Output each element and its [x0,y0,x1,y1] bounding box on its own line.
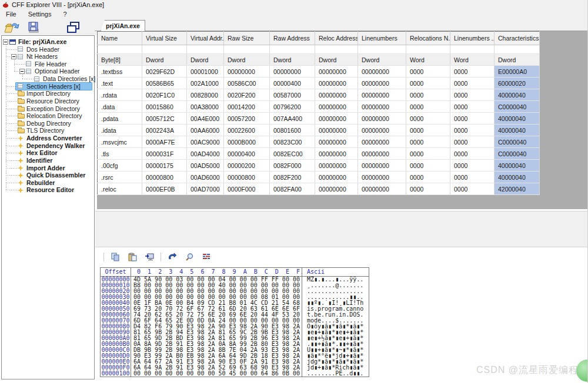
tree-item-import-adder[interactable]: Import Adder [2,164,94,172]
menu-file[interactable]: File [0,10,22,18]
col-header-reloc-address[interactable]: Reloc Address [315,32,358,45]
section-name-cell[interactable]: .pdata [98,113,142,125]
tree-item-file-header[interactable]: File Header [2,61,94,68]
hex-ascii[interactable]: ▮e▮+▮ã▮*▮e▮+▮ã▮* [302,330,369,335]
table-cell[interactable]: 00057200 [224,113,270,125]
table-cell[interactable]: 00000000 [358,101,406,113]
table-cell[interactable]: 0000 [406,78,450,89]
table-cell[interactable]: 00828000 [187,89,224,101]
table-cell[interactable]: 0020F1C0 [142,89,187,101]
section-name-cell[interactable]: .rdata [98,89,142,101]
table-cell[interactable]: 00000000 [358,136,406,148]
table-cell[interactable]: 40000040 [495,160,540,172]
table-cell[interactable]: 40000040 [495,172,540,183]
table-cell[interactable]: 00000000 [358,89,406,101]
save-button[interactable] [25,20,42,35]
table-cell[interactable]: 00801600 [270,125,315,136]
col-header-relocations-n[interactable]: Relocations N... [406,32,450,45]
hex-ascii[interactable]: MZ▮.▮...▮...ÿÿ.. [302,277,369,283]
table-cell[interactable]: 00000000 [224,66,270,78]
table-cell[interactable]: 0000F000 [224,183,270,195]
tree-item-hex-editor[interactable]: Hex Editor [2,149,94,157]
table-cell[interactable]: 0000EF0B [142,183,187,195]
table-cell[interactable]: 00AD5000 [187,160,224,172]
table-cell[interactable]: 0005712C [142,113,187,125]
table-cell[interactable]: 00000200 [224,160,270,172]
table-cell[interactable]: 00AD4000 [187,148,224,160]
table-cell[interactable]: 00000000 [358,113,406,125]
table-cell[interactable]: 00014200 [224,101,270,113]
expand-collapse-toggle[interactable] [3,39,8,45]
table-cell[interactable]: 00000400 [224,148,270,160]
table-cell[interactable]: 00000000 [315,136,358,148]
table-cell[interactable]: 0000 [406,136,450,148]
table-cell[interactable]: 00587000 [270,89,315,101]
table-cell[interactable]: 00AD6000 [187,172,224,183]
table-cell[interactable]: 00AC9000 [187,136,224,148]
tree-item-optional-header[interactable]: Optional Header [2,68,94,75]
expand-collapse-toggle[interactable] [19,69,25,74]
table-cell[interactable]: 0000 [450,148,495,160]
hex-ascii[interactable]: ¸.......@....... [302,283,369,288]
hex-ascii[interactable]: jdg*▮ã▮*▮ã▮*▮ã▮* [302,359,369,365]
hex-ascii[interactable]: Û▮▮+▮ã▮*▮~▮*▮ã▮* [302,347,369,353]
table-cell[interactable]: C0000040 [495,101,540,113]
table-cell[interactable]: 42000040 [495,183,540,195]
table-cell[interactable]: 0000 [450,183,495,195]
table-cell[interactable]: 0000 [450,89,495,101]
table-cell[interactable]: 0000 [450,172,495,183]
tree-item-section-headers-x[interactable]: Section Headers [x] [2,83,94,90]
table-cell[interactable]: 0000 [406,183,450,195]
table-cell[interactable]: 00000000 [315,125,358,136]
table-cell[interactable]: 00001000 [187,66,224,78]
table-cell[interactable]: 0000 [450,66,495,78]
table-cell[interactable]: 00000000 [315,113,358,125]
menu-help[interactable]: ? [57,10,72,18]
table-cell[interactable]: 0020F200 [224,89,270,101]
table-cell[interactable]: 00000000 [315,89,358,101]
goto-offset-button[interactable] [143,251,155,262]
table-cell[interactable]: 00000000 [358,183,406,195]
table-cell[interactable]: 0000 [406,101,450,113]
jump-button[interactable] [166,251,178,262]
col-header-virtual-addr[interactable]: Virtual Addr... [187,32,224,45]
table-cell[interactable]: 0000 [450,125,495,136]
hex-ascii[interactable]: t.be.run.in.DOS. [302,312,369,318]
table-cell[interactable]: 0000 [406,125,450,136]
table-cell[interactable]: 0000 [450,160,495,172]
table-cell[interactable]: E00000A0 [495,66,540,78]
hex-ascii[interactable]: .▮▮+▮ã▮*.▮▮+▮ã▮* [302,341,369,347]
table-cell[interactable]: 00000175 [142,160,187,172]
tree-item-rebuilder[interactable]: Rebuilder [2,179,94,187]
col-header-raw-size[interactable]: Raw Size [224,32,270,45]
table-cell[interactable]: 00000000 [358,172,406,183]
table-cell[interactable]: 00000000 [315,160,358,172]
section-name-cell[interactable]: .data [98,101,142,113]
hex-ascii[interactable]: jd▮+▮ã▮*Rich▮ã▮* [302,365,369,371]
table-cell[interactable]: 00000000 [315,183,358,195]
table-cell[interactable]: 0000AF7E [142,136,187,148]
table-cell[interactable]: C0000040 [495,136,540,148]
table-cell[interactable]: 40000040 [495,125,540,136]
hex-ascii[interactable]: ........PE..d▮▮. [302,371,369,377]
table-cell[interactable]: 00000000 [358,78,406,89]
open-file-button[interactable] [4,20,20,35]
table-cell[interactable]: 00000000 [315,78,358,89]
table-cell[interactable]: 0000 [406,113,450,125]
table-cell[interactable]: 0029F62D [142,66,187,78]
table-cell[interactable]: 00000800 [142,172,187,183]
table-cell[interactable]: 00A4E000 [187,113,224,125]
table-cell[interactable]: 40000040 [495,89,540,101]
tree-item-relocation-directory[interactable]: Relocation Directory [2,112,94,120]
tree-item-tls-directory[interactable]: TLS Directory [2,127,94,135]
table-cell[interactable]: 0000 [450,101,495,113]
tree-item-identifier[interactable]: Identifier [2,157,94,164]
table-cell[interactable]: 00000000 [358,66,406,78]
col-header-raw-address[interactable]: Raw Address [270,32,315,45]
table-cell[interactable]: 00000000 [315,172,358,183]
section-name-cell[interactable]: .rsrc [98,172,142,183]
table-cell[interactable]: 002A1000 [187,78,224,89]
table-cell[interactable]: 00A38000 [187,101,224,113]
table-cell[interactable]: 0000 [406,89,450,101]
table-cell[interactable]: 00000000 [315,148,358,160]
